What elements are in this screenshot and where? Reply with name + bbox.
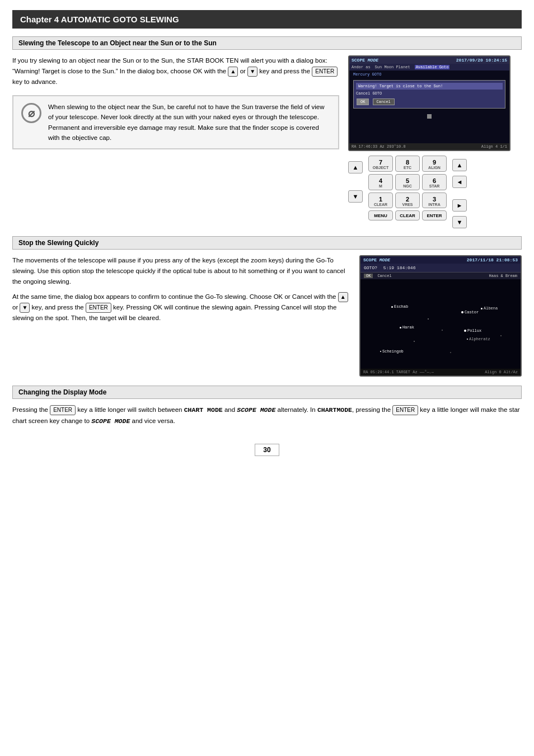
star-faint-1 [428, 318, 429, 320]
arrow-right-up: ▲ [452, 159, 467, 171]
key-9: 9ALIGN [422, 156, 447, 172]
key-8: 8ETC [395, 156, 420, 172]
key-4: 4M [368, 174, 393, 190]
scope-mode-label-1: SCOPE MODE [352, 58, 378, 63]
scope-display-box-1: SCOPE MODE 2017/09/20 10:24:15 Andor as … [348, 55, 510, 151]
scope-status-bar-1: RA 17:46:33 Az 293°10.8 Align 4 1/1 [349, 143, 509, 150]
key-7: 7OBJECT [368, 156, 393, 172]
key-enter-ref1: ENTER [312, 67, 338, 77]
key-enter: ENTER [422, 210, 447, 220]
section2-content: The movements of the telescope will paus… [12, 255, 522, 377]
key-5: 5NGC [395, 174, 420, 190]
star-castor: Castor [461, 310, 479, 314]
scope-dialog-1: Warning! Target is close to the Sun! Can… [353, 80, 505, 109]
star-faint-4 [450, 352, 451, 353]
key-down: ▼ [247, 67, 257, 77]
scope-mode-label-text: SCOPE MODE [237, 406, 275, 414]
key-enter-ref4: ENTER [392, 405, 418, 415]
scope-ok-btn-1: OK [357, 98, 369, 105]
star-chart-dialog-bar: GOTO? 5:19 184:046 [360, 264, 521, 273]
chapter-header: Chapter 4 AUTOMATIC GOTO SLEWING [12, 10, 522, 29]
star-scheingob: Scheingob [380, 349, 404, 354]
star-chart-status-right: Align 0 Alt/Az [485, 370, 518, 374]
key-6: 6STAR [422, 174, 447, 190]
scope-body-1: Mercury GOTO Warning! Target is close to… [349, 71, 509, 143]
star-pollux: Pollux [464, 328, 481, 333]
arrow-up-key: ▲ [348, 161, 363, 173]
section1-content: If you try slewing to an object near the… [12, 55, 522, 228]
key-1: 1CLEAR [368, 192, 393, 209]
scope-mode-label2: SCOPE MODE [91, 417, 130, 425]
star-chart-title: SCOPE MODE 2017/11/18 21:08:53 [360, 256, 521, 264]
star-harak: Harak [400, 325, 414, 330]
key-enter-ref2: ENTER [86, 303, 111, 313]
star-chart-dialog-vals: 5:19 184:046 [383, 265, 416, 270]
key-down-2: ▼ [20, 303, 30, 313]
scope-cancel-btn-1: Cancel [373, 98, 395, 105]
scope-timestamp-1: 2017/09/20 10:24:15 [456, 58, 507, 63]
star-albena: Albena [481, 306, 498, 311]
star-faint-2 [442, 330, 443, 331]
scope-row-mercury: Mercury GOTO [351, 72, 508, 77]
warning-text: When slewing to the object near the Sun,… [48, 102, 330, 143]
arrow-col-left: ▲ ▼ [348, 161, 363, 203]
arrow-right-right: ► [452, 199, 467, 212]
scope-nav-sun: Sun Moon Planet [375, 65, 410, 69]
arrow-down-key: ▼ [348, 190, 363, 203]
star-chart-dialog-title-text: GOTO? [364, 265, 377, 270]
warning-box: ⌀ When slewing to the object near the Su… [12, 95, 339, 150]
star-chart-right-info: Haas & Bream [489, 274, 517, 278]
section2-text: The movements of the telescope will paus… [12, 255, 350, 377]
section1-text: If you try slewing to an object near the… [12, 55, 339, 228]
section3-container: Changing the Display Mode Pressing the E… [12, 386, 522, 427]
star-chart-ok: OK [364, 274, 373, 278]
chart-mode-label2: CHARTMODE [317, 406, 352, 414]
arrow-right-mid: ◄ [452, 176, 467, 188]
section2-header: Stop the Slewing Quickly [12, 236, 522, 250]
keypad-grid: 7OBJECT 8ETC 9ALIGN 4M 5NGC 6STAR 1CLEAR… [368, 156, 447, 220]
scope-planet-label: Mercury GOTO [353, 72, 381, 77]
star-eschab: Eschab [391, 304, 408, 309]
arrow-spacer [452, 192, 467, 195]
section3-header: Changing the Display Mode [12, 386, 522, 399]
star-faint-5 [500, 335, 502, 336]
scope-dialog-body-1: Cancel GOTO [356, 91, 503, 96]
arrow-right-down: ▼ [452, 216, 467, 228]
scope-dialog-title-1: Warning! Target is close to the Sun! [356, 83, 503, 90]
scope-nav-andor: Andor as [352, 65, 371, 69]
keypad-area: ▲ ▼ 7OBJECT 8ETC 9ALIGN 4M 5NGC 6STAR 1C… [348, 156, 522, 228]
star-alpheratz: Alpheratz [467, 337, 490, 341]
star-faint-3 [414, 341, 415, 342]
star-chart-status-left: RA 05:29:44.1 TARGET Az ——°—.— [363, 370, 434, 374]
scope-nav-goto: Available Goto [415, 65, 450, 69]
scope-nav-bar-1: Andor as Sun Moon Planet Available Goto [349, 64, 509, 71]
star-chart-cancel: Cancel [377, 274, 391, 278]
section2-para2: At the same time, the dialog box appears… [12, 292, 350, 323]
scope-dialog-buttons-1: OK Cancel [356, 98, 503, 106]
scope-dot-indicator [351, 114, 508, 120]
chart-mode-label: CHART MODE [184, 406, 223, 414]
scope-status-right-1: Align 4 1/1 [481, 144, 507, 149]
star-chart-mode-label: SCOPE MODE [363, 257, 390, 262]
key-up: ▲ [228, 67, 238, 77]
star-chart-timestamp: 2017/11/18 21:08:53 [467, 257, 518, 262]
key-clear: CLEAR [395, 210, 420, 220]
key-up-2: ▲ [338, 292, 348, 302]
section2-para1: The movements of the telescope will paus… [12, 255, 350, 287]
page-number: 30 [255, 444, 279, 456]
warning-icon: ⌀ [21, 103, 41, 123]
star-chart-status: RA 05:29:44.1 TARGET Az ——°—.— Align 0 A… [360, 369, 521, 375]
scope-dot [427, 114, 432, 119]
scope-status-left-1: RA 17:46:33 Az 293°10.8 [352, 144, 406, 149]
page-number-container: 30 [12, 444, 522, 456]
scope-display-1: SCOPE MODE 2017/09/20 10:24:15 Andor as … [348, 55, 522, 228]
star-chart-ok-cancel-bar: OK Cancel Haas & Bream [360, 273, 521, 279]
key-0: MENU [368, 210, 393, 220]
arrow-col-right: ▲ ◄ ► ▼ [452, 159, 467, 228]
key-2: 2VRES [395, 192, 420, 209]
section1-para1: If you try slewing to an object near the… [12, 55, 339, 87]
key-enter-ref3: ENTER [50, 405, 76, 415]
scope-title-bar-1: SCOPE MODE 2017/09/20 10:24:15 [349, 57, 509, 64]
key-3: 3INTRA [422, 192, 447, 209]
star-chart-body: Eschab Castor Albena Pollux Alpheratz Ha… [360, 279, 521, 369]
